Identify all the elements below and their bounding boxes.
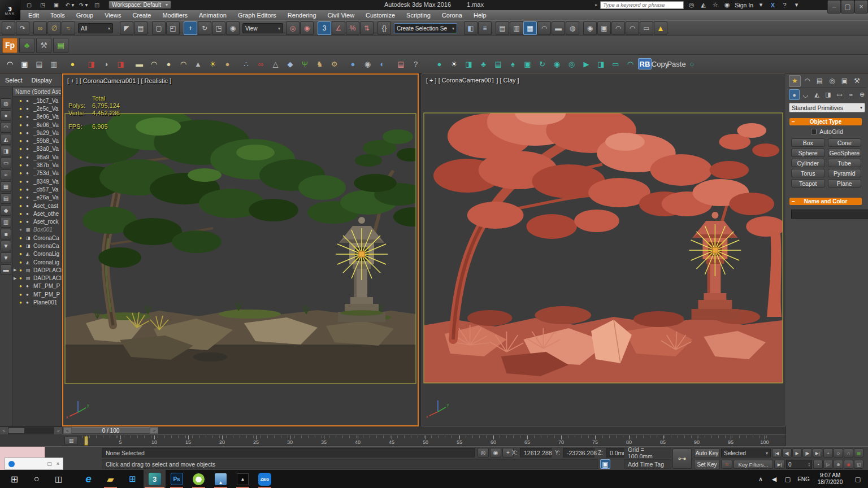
material-sphere-icon[interactable]: ● bbox=[346, 56, 360, 71]
helpers-subtab[interactable]: ▭ bbox=[834, 89, 845, 100]
motion-tab[interactable]: ◎ bbox=[826, 75, 838, 87]
menu-item-civil-view[interactable]: Civil View bbox=[322, 10, 360, 20]
viewport-camera-menu[interactable]: [ CoronaCamera001 ] bbox=[439, 77, 498, 84]
3dsmax-logo[interactable]: ϶MAX bbox=[0, 0, 20, 20]
filter-config-icon[interactable]: ▼ bbox=[1, 252, 11, 263]
visibility-bulb-icon[interactable]: ● bbox=[19, 130, 24, 136]
photos-icon[interactable]: ▲ bbox=[210, 470, 232, 488]
light-lister-icon[interactable]: ● bbox=[66, 56, 80, 71]
sun-icon[interactable]: ☀ bbox=[206, 56, 220, 71]
viewport-shading-menu[interactable]: [ Realistic ] bbox=[141, 77, 171, 84]
corona-paste-button[interactable]: Paste bbox=[669, 56, 684, 71]
object-type-button-pyramid[interactable]: Pyramid bbox=[828, 169, 862, 177]
explorer-name-column-header[interactable]: Name (Sorted Ascen bbox=[12, 87, 62, 97]
corona-converter-button[interactable]: RB bbox=[638, 58, 652, 69]
default-tangent-icon[interactable]: ≈ bbox=[721, 460, 732, 469]
corona-camera-add-icon[interactable]: ◨ bbox=[594, 56, 608, 71]
mini-curve-editor-icon[interactable]: ▥ bbox=[64, 436, 78, 445]
search-binoculars-icon[interactable]: ◎ bbox=[687, 1, 696, 9]
scene-object-row[interactable]: ●●_e26a_Va bbox=[12, 194, 62, 202]
visibility-bulb-icon[interactable]: ● bbox=[19, 260, 24, 265]
unlink-icon[interactable]: ∅ bbox=[47, 21, 61, 35]
maximize-viewport-icon[interactable]: ◱ bbox=[854, 460, 863, 469]
close-button[interactable]: × bbox=[854, 0, 868, 14]
ghosting-icon[interactable]: ◇ bbox=[834, 448, 843, 457]
set-key-button[interactable]: Set Key bbox=[694, 460, 720, 469]
tools-wrench-icon[interactable]: ⚒ bbox=[36, 38, 51, 53]
cortana-button[interactable]: ○ bbox=[25, 470, 47, 488]
display-cameras-icon[interactable]: ◨ bbox=[1, 146, 11, 156]
object-type-button-box[interactable]: Box bbox=[791, 138, 825, 147]
scene-object-row[interactable]: ●●_2e5c_Va bbox=[12, 104, 62, 112]
file-explorer-icon[interactable]: ▰ bbox=[99, 470, 121, 488]
scene-object-row[interactable]: ●●Plane001 bbox=[12, 298, 62, 306]
previous-frame-button[interactable]: < bbox=[63, 427, 72, 434]
visibility-bulb-icon[interactable]: ● bbox=[19, 236, 24, 241]
display-objects-icon[interactable]: ▥ bbox=[1, 217, 11, 228]
name-color-rollout[interactable]: −Name and Color bbox=[789, 198, 862, 205]
display-xrefs-icon[interactable]: ▤ bbox=[1, 193, 11, 204]
viewport-general-menu[interactable]: [ + ] bbox=[426, 77, 437, 84]
task-view-button[interactable]: ◫ bbox=[47, 470, 70, 488]
corona-copy-button[interactable]: Copy bbox=[652, 56, 668, 71]
visibility-bulb-icon[interactable]: ● bbox=[19, 300, 24, 305]
display-lights-icon[interactable]: ◭ bbox=[1, 134, 11, 145]
explorer-display-menu[interactable]: Display bbox=[32, 77, 52, 84]
visibility-bulb-icon[interactable]: ● bbox=[19, 292, 24, 297]
viewport-clay[interactable]: x y [ + ] [ CoronaCamera001 ] [ Clay ] bbox=[422, 73, 785, 426]
visibility-bulb-icon[interactable]: ● bbox=[19, 146, 24, 151]
zalo-icon[interactable]: Zalo bbox=[254, 470, 276, 488]
selection-filter-dropdown[interactable]: All▾ bbox=[78, 23, 113, 33]
store-icon[interactable]: ⊞ bbox=[121, 470, 144, 488]
sign-in-menu-arrow-icon[interactable]: ▾ bbox=[756, 1, 766, 9]
project-folder-icon[interactable]: ◫ bbox=[90, 1, 103, 9]
mini-close-button[interactable]: × bbox=[57, 461, 59, 467]
selection-lock-icon[interactable]: ◉ bbox=[490, 448, 501, 457]
menu-item-views[interactable]: Views bbox=[99, 10, 127, 20]
go-to-end-icon[interactable]: ▶| bbox=[813, 448, 822, 457]
scene-object-row[interactable]: ●●Aset_othe bbox=[12, 210, 62, 217]
add-time-tag-button[interactable]: Add Time Tag bbox=[624, 459, 671, 469]
isolate-cube-icon[interactable]: ▦ bbox=[854, 448, 863, 457]
lights-subtab[interactable]: ◭ bbox=[811, 89, 822, 100]
explorer-overflow-icon[interactable]: » bbox=[57, 88, 59, 94]
favorites-icon[interactable]: ☆ bbox=[710, 1, 720, 9]
cone-primitive-icon[interactable]: ▲ bbox=[191, 56, 205, 71]
corona-lightmix-icon[interactable]: ○ bbox=[685, 56, 699, 71]
material-override-icon[interactable]: ◐ bbox=[375, 56, 389, 71]
visibility-bulb-icon[interactable]: ● bbox=[19, 243, 24, 249]
forest-tools-icon[interactable]: ♣ bbox=[19, 38, 34, 53]
menu-item-customize[interactable]: Customize bbox=[360, 10, 401, 20]
menu-item-graph-editors[interactable]: Graph Editors bbox=[232, 10, 282, 20]
align-icon[interactable]: ≡ bbox=[478, 21, 492, 35]
snaps-toggle-icon[interactable]: 3 bbox=[318, 21, 331, 35]
auto-key-button[interactable]: Auto Key bbox=[694, 448, 720, 458]
key-mode-dropdown[interactable]: Selected▾ bbox=[721, 448, 771, 457]
help-menu-arrow-icon[interactable]: ▾ bbox=[792, 1, 801, 9]
start-button[interactable]: ⊞ bbox=[3, 470, 25, 488]
visibility-bulb-icon[interactable]: ● bbox=[19, 195, 24, 200]
select-rotate-icon[interactable]: ↻ bbox=[198, 21, 211, 35]
track-bar[interactable]: ▥ 05101520253035404550556065707580859095… bbox=[62, 434, 785, 446]
object-type-button-plane[interactable]: Plane bbox=[828, 179, 862, 188]
corona-target-icon[interactable]: ◎ bbox=[565, 56, 579, 71]
redo-icon[interactable]: ↷ bbox=[16, 21, 29, 35]
exchange-apps-icon[interactable]: X bbox=[768, 1, 778, 9]
visibility-bulb-icon[interactable]: ● bbox=[19, 98, 24, 103]
visibility-bulb-icon[interactable]: ● bbox=[19, 171, 24, 176]
spinner-icon[interactable]: ▴▾ bbox=[808, 462, 810, 467]
select-link-icon[interactable]: ∞ bbox=[33, 21, 47, 35]
taskbar-clock[interactable]: 9:07 AM 18/7/2020 bbox=[813, 472, 848, 486]
object-type-button-cone[interactable]: Cone bbox=[828, 138, 862, 147]
display-groups-icon[interactable]: ▦ bbox=[1, 181, 11, 192]
minimize-button[interactable]: – bbox=[827, 0, 841, 14]
visibility-bulb-icon[interactable]: ● bbox=[19, 123, 24, 128]
corona-teapot-icon[interactable]: ◠ bbox=[3, 56, 17, 71]
render-elements-icon[interactable]: ▥ bbox=[47, 56, 61, 71]
set-keys-button[interactable]: ⊶ bbox=[672, 448, 692, 469]
render-presets-icon[interactable]: ▤ bbox=[32, 56, 46, 71]
window-crossing-icon[interactable]: ◰ bbox=[166, 21, 180, 35]
visibility-bulb-icon[interactable]: ● bbox=[19, 268, 24, 273]
workspace-dropdown[interactable]: Workspace: Default▾ bbox=[108, 1, 171, 9]
selection-brackets-icon[interactable]: + bbox=[823, 448, 833, 457]
